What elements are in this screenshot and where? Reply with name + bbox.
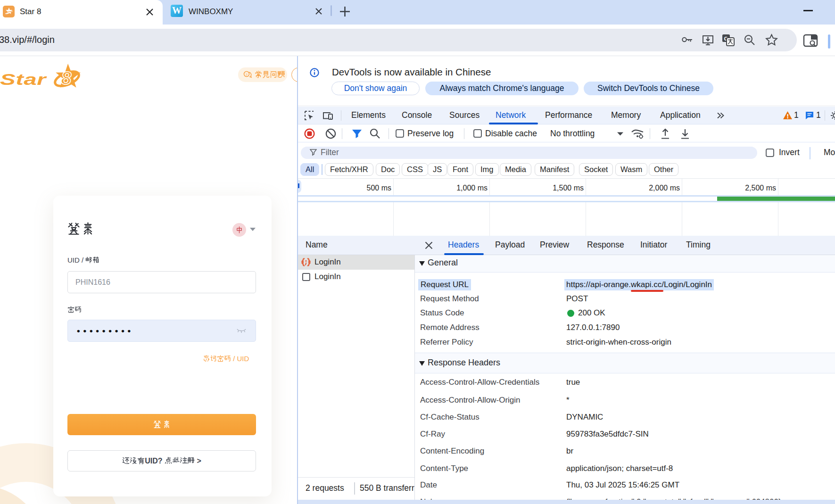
svg-text:?: ? [246, 73, 248, 77]
svg-text:8: 8 [61, 67, 72, 88]
